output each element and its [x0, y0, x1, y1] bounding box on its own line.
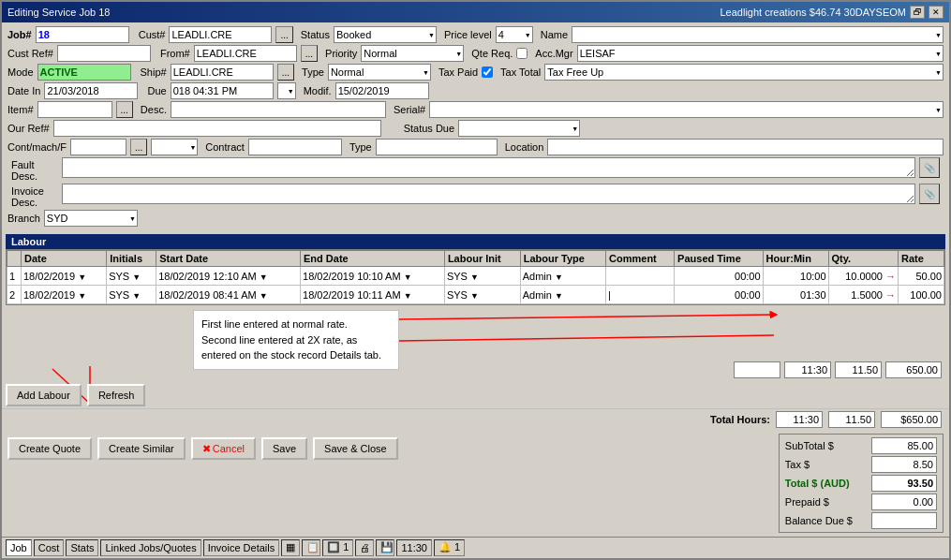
main-action-buttons: Create Quote Create Similar ✖Cancel Save… — [7, 437, 398, 460]
from-input[interactable] — [194, 45, 297, 62]
row1-labour-type[interactable]: Admin ▼ — [520, 267, 605, 286]
status-icon-print[interactable]: 🖨 — [355, 539, 374, 556]
status-due-dropdown[interactable] — [458, 120, 580, 137]
tax-total-dropdown[interactable]: Tax Free Up — [544, 64, 944, 81]
col-hour-min: Hour:Min — [763, 251, 828, 267]
date-in-input[interactable] — [44, 82, 138, 99]
svg-line-0 — [399, 315, 774, 319]
row1-start-date[interactable]: 18/02/2019 12:10 AM ▼ — [156, 267, 301, 286]
fault-desc-row: FaultDesc. 📎 — [7, 157, 944, 182]
subtotal-row: SubTotal $ — [781, 436, 941, 455]
modif-input[interactable] — [335, 82, 429, 99]
totals-amount — [885, 361, 942, 378]
type-label: Type — [302, 66, 324, 78]
priority-dropdown[interactable]: Normal — [361, 45, 464, 62]
row1-comment[interactable] — [606, 267, 675, 286]
due-label: Due — [147, 85, 166, 96]
tab-stats[interactable]: Stats — [66, 539, 98, 556]
ship-dots-btn[interactable]: ... — [277, 64, 294, 81]
create-similar-button[interactable]: Create Similar — [97, 437, 186, 460]
annotation-area: First line entered at normal rate. Secon… — [6, 305, 945, 408]
type-dropdown[interactable]: Normal — [328, 64, 431, 81]
row2-date[interactable]: 18/02/2019 ▼ — [22, 286, 107, 304]
tab-invoice-details[interactable]: Invoice Details — [203, 539, 280, 556]
ship-input[interactable] — [171, 64, 274, 81]
job-input[interactable] — [36, 26, 129, 43]
desc-input[interactable] — [171, 101, 386, 118]
table-row[interactable]: 1 18/02/2019 ▼ SYS ▼ 18/02/2019 12:10 AM… — [7, 267, 944, 286]
qte-req-checkbox[interactable] — [516, 48, 528, 59]
due-input[interactable] — [171, 82, 274, 99]
contract-input[interactable] — [248, 139, 342, 155]
tab-cost[interactable]: Cost — [34, 539, 65, 556]
close-button[interactable]: ✕ — [929, 6, 944, 19]
row1-initials[interactable]: SYS ▼ — [107, 267, 156, 286]
fault-desc-icon-btn[interactable]: 📎 — [919, 157, 940, 178]
date-in-label: Date In — [7, 85, 40, 96]
summary-totals: SubTotal $ Tax $ Total $ (AUD) Prepaid $… — [779, 434, 944, 533]
branch-dropdown[interactable]: SYD — [44, 210, 138, 227]
mode-input[interactable] — [37, 64, 131, 81]
acc-mgr-dropdown[interactable]: LEISAF — [577, 45, 944, 62]
status-dropdown[interactable]: Booked — [334, 26, 437, 43]
tab-linked-jobs[interactable]: Linked Jobs/Quotes — [100, 539, 201, 556]
cont-mach-input[interactable] — [70, 139, 126, 155]
prepaid-row: Prepaid $ — [781, 493, 941, 511]
serial-dropdown[interactable] — [429, 101, 944, 118]
save-close-button[interactable]: Save & Close — [313, 437, 398, 460]
row1-date[interactable]: 18/02/2019 ▼ — [22, 267, 107, 286]
add-labour-button[interactable]: Add Labour — [6, 384, 82, 406]
due-dropdown[interactable] — [277, 82, 296, 99]
item-input[interactable] — [37, 101, 112, 118]
type2-input[interactable] — [376, 139, 498, 155]
save-button[interactable]: Save — [261, 437, 307, 460]
restore-button[interactable]: 🗗 — [910, 6, 925, 19]
labour-totals-row — [730, 360, 945, 380]
total-amount — [881, 411, 942, 428]
location-input[interactable] — [547, 139, 944, 155]
fault-desc-textarea[interactable] — [62, 157, 915, 178]
tax-total-label: Tax Total — [500, 66, 541, 78]
row2-end-date[interactable]: 18/02/2019 10:11 AM ▼ — [301, 286, 445, 304]
status-icon-copy[interactable]: 📋 — [302, 539, 320, 556]
table-row[interactable]: 2 18/02/2019 ▼ SYS ▼ 18/02/2019 08:41 AM… — [7, 286, 944, 304]
tax-row: Tax $ — [781, 455, 941, 474]
cancel-button[interactable]: ✖Cancel — [191, 437, 256, 460]
status-icon-save[interactable]: 💾 — [376, 539, 394, 556]
prepaid-label: Prepaid $ — [785, 496, 829, 508]
invoice-desc-label: InvoiceDesc. — [11, 184, 58, 208]
cust-dots-btn[interactable]: ... — [275, 26, 292, 43]
form-area: Job# Cust# ... Status Booked Price level… — [2, 22, 949, 232]
tab-job[interactable]: Job — [6, 539, 32, 556]
totals-qty — [835, 361, 882, 378]
cust-ref-input[interactable] — [57, 45, 151, 62]
qte-req-label: Qte Req. — [471, 48, 513, 59]
price-level-dropdown[interactable]: 4 — [496, 26, 533, 43]
window-title: Editing Service Job 18 — [7, 7, 110, 18]
row2-labour-init[interactable]: SYS ▼ — [444, 286, 520, 304]
row2-comment[interactable]: | — [606, 286, 675, 304]
from-dots-btn[interactable]: ... — [301, 45, 318, 62]
invoice-desc-icon-btn[interactable]: 📎 — [919, 184, 940, 204]
our-ref-input[interactable] — [53, 120, 381, 137]
item-dots-btn[interactable]: ... — [116, 101, 133, 118]
cont-mach-dots-btn[interactable]: ... — [130, 139, 147, 155]
create-quote-button[interactable]: Create Quote — [7, 437, 92, 460]
invoice-desc-textarea[interactable] — [62, 184, 915, 204]
row1-end-date[interactable]: 18/02/2019 10:10 AM ▼ — [301, 267, 445, 286]
cust-input[interactable] — [169, 26, 272, 43]
row1-labour-init[interactable]: SYS ▼ — [444, 267, 520, 286]
row2-initials[interactable]: SYS ▼ — [107, 286, 156, 304]
balance-row: Balance Due $ — [781, 511, 941, 530]
row2-labour-type[interactable]: Admin ▼ — [520, 286, 605, 304]
branch-label: Branch — [7, 213, 40, 224]
cont-mach-dropdown[interactable] — [151, 139, 198, 155]
ship-label: Ship# — [141, 66, 167, 78]
total-hours-label: Total Hours: — [710, 414, 770, 425]
tax-paid-checkbox[interactable] — [482, 66, 493, 78]
name-dropdown[interactable] — [572, 26, 944, 43]
row2-start-date[interactable]: 18/02/2019 08:41 AM ▼ — [156, 286, 301, 304]
refresh-button[interactable]: Refresh — [87, 384, 146, 406]
status-icon-grid[interactable]: ▦ — [281, 539, 300, 556]
row2-qty: 1.5000 → — [828, 286, 898, 304]
